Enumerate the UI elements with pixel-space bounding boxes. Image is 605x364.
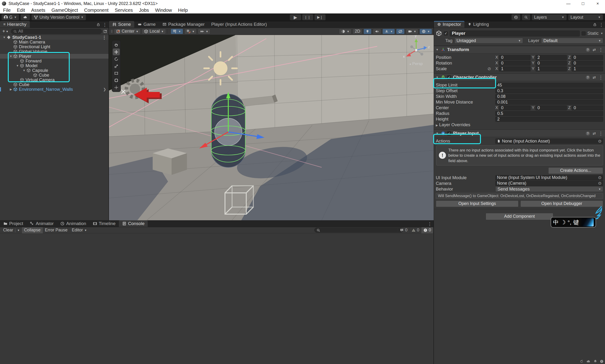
camera-object-field[interactable]: None (Camera) ⊙ — [495, 181, 603, 186]
tool-handle-rotation-dropdown[interactable]: Local ▼ — [142, 29, 166, 34]
camera-settings-dropdown[interactable]: ▼ — [406, 29, 418, 34]
scene-viewport[interactable]: y x z ◂ Persp — [109, 35, 434, 220]
slope-limit-field[interactable]: 45 — [495, 83, 603, 88]
foldout-label[interactable]: ▶ Layer Overrides — [436, 122, 494, 127]
min-move-distance-field[interactable]: 0.001 — [495, 100, 603, 105]
active-checkbox[interactable]: ✓ — [444, 31, 448, 36]
position-x-field[interactable]: 0 — [499, 55, 530, 60]
tag-dropdown[interactable]: Untagged▼ — [454, 38, 523, 43]
play-button[interactable]: ▶ — [290, 14, 301, 20]
ime-status-bar[interactable]: 中☽°,键 — [551, 217, 596, 228]
kebab-menu-icon[interactable]: ⋮ — [599, 75, 603, 80]
kebab-menu-icon[interactable]: ⋮ — [427, 221, 432, 227]
notifications-icon[interactable] — [593, 360, 597, 363]
hierarchy-item-cube[interactable]: Cube — [0, 73, 108, 78]
prefab-open-chevron-icon[interactable]: ❯ — [103, 87, 106, 91]
component-enabled-checkbox[interactable]: ✓ — [447, 131, 451, 135]
static-checkbox[interactable] — [582, 31, 586, 36]
menu-item-jobs[interactable]: Jobs — [136, 7, 152, 13]
layer-dropdown[interactable]: Default▼ — [541, 38, 603, 43]
gizmos-dropdown[interactable]: ▼ — [420, 29, 432, 34]
hierarchy-search-input[interactable]: All — [11, 29, 102, 34]
center-y-field[interactable]: 0 — [536, 105, 567, 110]
menu-item-help[interactable]: Help — [175, 7, 191, 13]
help-icon[interactable]: ? — [586, 48, 590, 52]
presets-icon[interactable]: ⇄ — [593, 131, 596, 136]
ui-input-module-field[interactable]: None (Input System UI Input Module) ⊙ — [495, 175, 603, 180]
hierarchy-item-directional-light[interactable]: Directional Light — [0, 44, 108, 49]
link-scale-icon[interactable]: ⊘ — [487, 66, 491, 71]
info-status-icon[interactable]: i — [600, 360, 604, 363]
lock-icon[interactable] — [96, 23, 100, 26]
tab-inspector[interactable]: i Inspector — [434, 21, 464, 28]
kebab-menu-icon[interactable]: ⋮ — [599, 22, 604, 27]
presets-icon[interactable]: ⇄ — [593, 48, 596, 52]
hierarchy-item-environment-narrow-walls[interactable]: ▶Environment_Narrow_Walls❯ — [0, 87, 108, 92]
add-gameobject-button[interactable]: +▼ — [1, 29, 10, 34]
height-field[interactable]: 2 — [495, 117, 603, 122]
position-z-field[interactable]: 0 — [572, 55, 603, 60]
scale-x-field[interactable]: 1 — [499, 66, 530, 71]
editor-dropdown[interactable]: Editor▼ — [70, 227, 89, 233]
maximize-button[interactable]: □ — [576, 0, 590, 7]
kebab-menu-icon[interactable]: ⋮ — [599, 131, 603, 136]
grid-visibility-button[interactable]: Y▼ — [171, 29, 183, 34]
menu-item-edit[interactable]: Edit — [14, 7, 28, 13]
help-icon[interactable]: ? — [586, 131, 590, 135]
snap-increment-button[interactable]: ▼ — [198, 29, 210, 34]
hierarchy-item-studycase1-1[interactable]: ▼StudyCase1-1⋮ — [0, 35, 108, 40]
menu-item-file[interactable]: File — [0, 7, 14, 13]
perspective-toggle[interactable]: ◂ Persp — [409, 62, 423, 66]
presets-icon[interactable]: ⇄ — [593, 75, 596, 80]
console-log-area[interactable] — [0, 233, 433, 364]
activity-icon[interactable] — [580, 360, 583, 363]
custom-editor-tool-button[interactable] — [113, 84, 120, 91]
account-button[interactable]: G ▼ — [1, 14, 19, 20]
minimize-button[interactable]: — — [561, 0, 576, 7]
scene-picker-icon[interactable] — [103, 29, 107, 33]
gameobject-name-field[interactable]: Player — [450, 30, 580, 36]
effects-dropdown[interactable]: ▼ — [382, 29, 395, 34]
cloud-button[interactable] — [21, 14, 30, 20]
object-picker-icon[interactable]: ⊙ — [598, 175, 602, 180]
scale-y-field[interactable]: 1 — [536, 66, 567, 71]
hierarchy-item-cube[interactable]: Cube — [0, 82, 108, 87]
foldout-arrow-icon[interactable]: ▶ — [9, 88, 13, 91]
version-control-button[interactable]: Unity Version Control ▼ — [31, 14, 86, 20]
warning-count-button[interactable]: !0 — [409, 227, 421, 233]
foldout-arrow-icon[interactable]: ▼ — [436, 48, 439, 51]
rotation-y-field[interactable]: 0 — [536, 61, 567, 66]
lock-icon[interactable] — [593, 23, 597, 26]
menu-item-assets[interactable]: Assets — [28, 7, 49, 13]
info-count-button[interactable]: !0 — [398, 227, 409, 233]
skin-width-field[interactable]: 0.08 — [495, 94, 603, 99]
center-z-field[interactable]: 0 — [572, 105, 603, 110]
open-input-settings-button[interactable]: Open Input Settings — [436, 200, 518, 207]
layers-dropdown[interactable]: Layers ▼ — [532, 14, 567, 20]
grid-snap-button[interactable]: ▼ — [184, 29, 197, 34]
kebab-menu-icon[interactable]: ⋮ — [103, 22, 107, 27]
create-actions-button[interactable]: Create Actions... — [548, 167, 603, 174]
shading-mode-dropdown[interactable]: ▼ — [339, 29, 351, 34]
hierarchy-item-virtual-camera[interactable]: Virtual Camera — [0, 78, 108, 82]
tab-console[interactable]: Console — [119, 220, 148, 227]
tab-timeline[interactable]: Timeline — [90, 220, 119, 227]
error-count-button[interactable]: !0 — [421, 227, 433, 233]
static-dropdown-icon[interactable]: ▼ — [601, 32, 603, 35]
hierarchy-item-player[interactable]: ▼Player — [0, 54, 108, 59]
step-button[interactable]: ▶❘ — [314, 14, 326, 20]
ime-mode-0[interactable]: 中 — [553, 219, 559, 226]
rotate-tool-button[interactable] — [113, 55, 120, 62]
scale-tool-button[interactable] — [113, 63, 120, 69]
layout-dropdown[interactable]: Layout ▼ — [568, 14, 603, 20]
position-y-field[interactable]: 2 — [536, 55, 567, 60]
ime-mode-2[interactable]: °, — [568, 219, 571, 226]
radius-field[interactable]: 0.5 — [495, 111, 603, 116]
rotation-z-field[interactable]: 0 — [572, 61, 603, 66]
foldout-arrow-icon[interactable]: ▼ — [9, 55, 13, 58]
hierarchy-item-global-volume[interactable]: Global Volume — [0, 49, 108, 54]
2d-toggle-button[interactable]: 2D — [353, 29, 362, 34]
move-tool-button[interactable] — [113, 49, 120, 55]
error-pause-button[interactable]: Error Pause — [43, 227, 70, 233]
audio-mute-button[interactable] — [373, 29, 381, 34]
